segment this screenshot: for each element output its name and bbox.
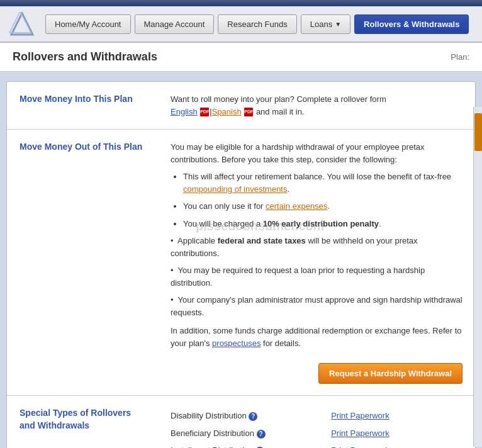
disability-help-icon[interactable]: ? <box>249 412 257 421</box>
special-table: Disability Distribution ? Print Paperwor… <box>171 407 462 448</box>
table-row: Beneficiary Distribution ? Print Paperwo… <box>171 425 462 442</box>
table-row: Disability Distribution ? Print Paperwor… <box>171 407 462 425</box>
loans-button[interactable]: Loans ▼ <box>301 14 350 34</box>
special-section: Special Types of Rolloversand Withdrawal… <box>7 396 475 448</box>
certain-expenses-link[interactable]: certain expenses <box>266 201 327 211</box>
top-bar <box>0 0 482 6</box>
logo <box>6 11 38 36</box>
english-link[interactable]: English <box>171 107 198 116</box>
research-funds-button[interactable]: Research Funds <box>218 14 296 34</box>
compounding-link[interactable]: compounding of investments <box>183 184 287 194</box>
move-out-content: pissedconsumer.com You may be eligible f… <box>171 141 462 384</box>
pdf-icon-1: PDF <box>200 108 209 116</box>
installment-label: Installment Distribution <box>171 445 255 448</box>
bullet-2: You can only use it for certain expenses… <box>183 200 462 213</box>
bullet-1: This will affect your retirement balance… <box>183 171 462 195</box>
bullet-3: You will be charged a 10% early distribu… <box>183 218 462 230</box>
move-in-label: Move Money Into This Plan <box>20 93 158 118</box>
spanish-link[interactable]: Spanish <box>212 107 242 116</box>
bullet-6: • Your company's plan administrator must… <box>171 294 462 318</box>
pdf-icon-2: PDF <box>244 108 253 116</box>
scrollbar-thumb[interactable] <box>474 113 482 151</box>
scrollbar[interactable] <box>473 107 482 447</box>
move-in-section: Move Money Into This Plan Want to roll m… <box>7 82 475 130</box>
move-out-footer: In addition, some funds charge additiona… <box>171 325 462 349</box>
beneficiary-print-link[interactable]: Print Paperwork <box>331 428 389 438</box>
move-in-intro: Want to roll money into your plan? Compl… <box>171 94 386 104</box>
request-hardship-button[interactable]: Request a Hardship Withdrawal <box>318 363 462 384</box>
disability-print-link[interactable]: Print Paperwork <box>331 411 389 420</box>
special-label: Special Types of Rolloversand Withdrawal… <box>20 407 158 448</box>
content-box: Move Money Into This Plan Want to roll m… <box>6 81 476 448</box>
disability-label: Disability Distribution <box>171 411 249 420</box>
table-row: Installment Distribution ? Print Paperwo… <box>171 442 462 448</box>
manage-account-button[interactable]: Manage Account <box>135 14 215 34</box>
bullet-5: • You may be required to request a loan … <box>171 264 462 289</box>
svg-marker-0 <box>11 13 33 35</box>
move-out-bullets: This will affect your retirement balance… <box>171 171 462 230</box>
move-in-suffix: and mail it in. <box>256 107 305 116</box>
home-button[interactable]: Home/My Account <box>45 14 131 34</box>
move-out-section: Move Money Out of This Plan pissedconsum… <box>7 130 475 396</box>
page-title: Rollovers and Withdrawals <box>13 50 157 64</box>
installment-print-link[interactable]: Print Paperwork <box>331 445 389 448</box>
nav-bar: Home/My Account Manage Account Research … <box>0 6 482 43</box>
page-header: Rollovers and Withdrawals Plan: <box>0 43 482 72</box>
move-in-content: Want to roll money into your plan? Compl… <box>171 93 462 118</box>
beneficiary-label: Beneficiary Distribution <box>171 428 257 438</box>
move-out-label: Move Money Out of This Plan <box>20 141 158 384</box>
loans-label: Loans <box>310 20 332 29</box>
beneficiary-help-icon[interactable]: ? <box>257 430 266 439</box>
plan-label: Plan: <box>451 52 469 62</box>
bullet-4: • Applicable federal and state taxes wil… <box>171 235 462 259</box>
rollovers-withdrawals-button[interactable]: Rollovers & Withdrawals <box>354 14 469 34</box>
prospectuses-link[interactable]: prospectuses <box>212 339 261 348</box>
special-content: Disability Distribution ? Print Paperwor… <box>171 407 462 448</box>
main-content: Move Money Into This Plan Want to roll m… <box>0 72 482 448</box>
move-out-intro: You may be eligible for a hardship withd… <box>171 141 462 165</box>
loans-dropdown-arrow: ▼ <box>335 21 341 28</box>
